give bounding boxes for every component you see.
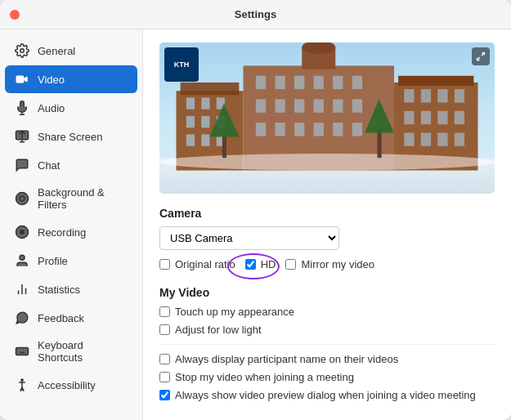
svg-rect-36 (256, 99, 266, 112)
svg-point-15 (21, 379, 23, 381)
svg-rect-27 (201, 134, 209, 145)
stop-video-option[interactable]: Stop my video when joining a meeting (159, 371, 495, 383)
titlebar: Settings (0, 0, 511, 29)
svg-rect-52 (404, 89, 414, 102)
svg-rect-34 (333, 76, 343, 89)
sidebar-item-share-screen[interactable]: Share Screen (5, 123, 137, 150)
svg-rect-57 (421, 111, 431, 124)
sidebar-item-statistics[interactable]: Statistics (5, 275, 137, 303)
svg-rect-55 (455, 89, 464, 102)
sidebar-label-profile: Profile (38, 255, 68, 267)
svg-rect-20 (186, 97, 195, 109)
display-name-option[interactable]: Always display participant name on their… (159, 353, 495, 365)
svg-rect-62 (437, 132, 447, 145)
svg-rect-60 (404, 132, 414, 145)
show-preview-checkbox[interactable] (159, 390, 170, 400)
sidebar: General Video Audio (0, 29, 143, 420)
sidebar-label-chat: Chat (38, 159, 60, 172)
sidebar-item-general[interactable]: General (5, 37, 137, 65)
sidebar-item-video[interactable]: Video (5, 65, 137, 93)
svg-rect-43 (275, 123, 285, 136)
svg-rect-21 (201, 97, 209, 109)
svg-rect-14 (16, 348, 29, 355)
hd-checkbox[interactable] (245, 259, 256, 270)
svg-rect-63 (455, 132, 464, 145)
svg-rect-38 (294, 99, 304, 112)
svg-rect-37 (275, 99, 285, 112)
original-ratio-option[interactable]: Original ratio (159, 258, 235, 270)
sidebar-item-profile[interactable]: Profile (5, 247, 137, 275)
camera-row: USB Camera (159, 226, 495, 250)
adjust-light-checkbox[interactable] (159, 324, 170, 335)
video-icon (15, 72, 29, 87)
stats-icon (15, 282, 29, 297)
svg-rect-47 (352, 123, 362, 136)
original-ratio-checkbox[interactable] (159, 259, 170, 270)
camera-section-label: Camera (159, 207, 495, 220)
close-button[interactable] (10, 10, 20, 20)
show-preview-label: Always show video preview dialog when jo… (175, 389, 476, 401)
svg-rect-30 (256, 76, 266, 89)
camera-select[interactable]: USB Camera (159, 226, 339, 250)
recording-icon (15, 225, 29, 239)
mirror-checkbox[interactable] (285, 259, 296, 270)
settings-window: Settings General Video (0, 0, 511, 420)
feedback-icon (15, 311, 29, 325)
sidebar-item-audio[interactable]: Audio (5, 94, 137, 122)
sidebar-label-share: Share Screen (38, 131, 103, 143)
show-preview-option[interactable]: Always show video preview dialog when jo… (159, 389, 495, 401)
sidebar-item-chat[interactable]: Chat (5, 151, 137, 179)
kth-logo: KTH (164, 47, 199, 82)
svg-rect-46 (333, 123, 343, 136)
svg-rect-24 (201, 116, 209, 127)
sidebar-label-accessibility: Accessibility (38, 379, 96, 391)
sidebar-item-accessibility[interactable]: Accessibility (5, 371, 137, 399)
background-icon (15, 191, 29, 206)
svg-point-9 (20, 230, 25, 235)
touch-up-option[interactable]: Touch up my appearance (159, 306, 495, 318)
touch-up-checkbox[interactable] (159, 306, 170, 317)
svg-rect-32 (294, 76, 304, 89)
chat-icon (15, 158, 29, 172)
adjust-light-label: Adjust for low light (175, 324, 262, 336)
sidebar-label-keyboard: Keyboard Shortcuts (38, 339, 128, 364)
sidebar-label-general: General (38, 45, 75, 57)
svg-rect-39 (314, 99, 324, 112)
share-screen-icon (15, 129, 29, 144)
svg-rect-61 (421, 132, 431, 145)
audio-icon (15, 101, 29, 115)
svg-rect-1 (16, 76, 25, 83)
svg-rect-42 (256, 123, 266, 136)
sidebar-item-keyboard[interactable]: Keyboard Shortcuts (5, 333, 137, 370)
sidebar-label-feedback: Feedback (38, 312, 84, 324)
hd-label: HD (261, 258, 276, 270)
display-name-label: Always display participant name on their… (175, 353, 398, 365)
accessibility-icon (15, 378, 29, 392)
sidebar-item-recording[interactable]: Recording (5, 218, 137, 246)
sidebar-item-feedback[interactable]: Feedback (5, 304, 137, 332)
stop-video-checkbox[interactable] (159, 372, 170, 382)
keyboard-icon (15, 344, 29, 359)
svg-rect-51 (398, 76, 473, 86)
sidebar-label-video: Video (38, 74, 65, 86)
svg-rect-23 (186, 116, 195, 127)
sidebar-label-audio: Audio (38, 102, 65, 114)
mirror-option[interactable]: Mirror my video (285, 258, 374, 270)
svg-rect-19 (181, 83, 240, 95)
adjust-light-option[interactable]: Adjust for low light (159, 324, 495, 336)
fullscreen-icon (476, 51, 486, 61)
video-preview: KTH (159, 42, 495, 194)
svg-point-7 (20, 196, 25, 201)
svg-rect-53 (421, 89, 431, 102)
profile-icon (15, 253, 29, 268)
display-name-checkbox[interactable] (159, 354, 170, 364)
svg-point-64 (159, 154, 495, 171)
touch-up-label: Touch up my appearance (175, 306, 294, 318)
sidebar-item-background[interactable]: Background & Filters (5, 180, 137, 217)
hd-option[interactable]: HD (245, 258, 276, 270)
video-background (159, 42, 495, 194)
fullscreen-button[interactable] (472, 47, 490, 65)
main-panel: KTH Camera USB Camera (143, 29, 511, 420)
original-ratio-label: Original ratio (175, 258, 235, 270)
gear-icon (15, 43, 29, 58)
